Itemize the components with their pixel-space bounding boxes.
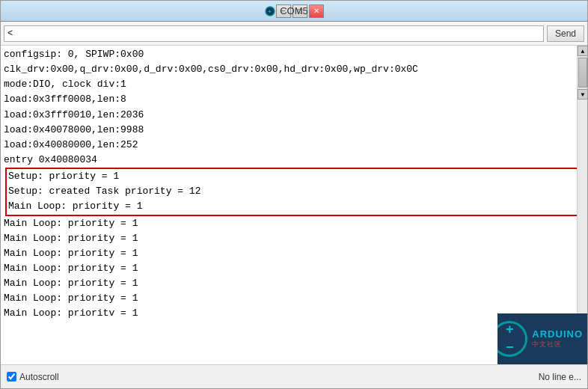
arduino-brand-label: ARDUINO	[532, 328, 583, 340]
serial-line: Main Loop: priority = 1	[8, 199, 580, 214]
title-bar-left: +	[264, 5, 276, 17]
serial-line: mode:DIO, clock div:1	[4, 77, 584, 92]
scrollbar-up-button[interactable]: ▲	[578, 46, 587, 56]
serial-line: Main Loop: priority = 1	[4, 261, 584, 276]
serial-lines: configsip: 0, SPIWP:0x00clk_drv:0x00,q_d…	[1, 47, 587, 322]
title-bar: + COM5 − □ ✕	[1, 1, 587, 22]
serial-line: load:0x40078000,len:9988	[4, 123, 584, 138]
arduino-text-block: ARDUINO 中文社区	[532, 328, 583, 349]
app-icon: +	[264, 5, 276, 17]
serial-line: Main Loop: priority = 1	[4, 231, 584, 246]
close-button[interactable]: ✕	[309, 4, 324, 18]
status-right: No line e...	[539, 372, 581, 382]
toolbar: Send	[1, 22, 587, 46]
arduino-plus-icon: +	[506, 323, 514, 337]
serial-line: clk_drv:0x00,q_drv:0x00,d_drv:0x00,cs0_d…	[4, 62, 584, 77]
highlighted-block: Setup: priority = 1Setup: created Task p…	[5, 168, 583, 215]
arduino-logo-inner: + − ARDUINO 中文社区	[497, 313, 587, 364]
serial-line: Setup: priority = 1	[8, 169, 580, 184]
main-window: + COM5 − □ ✕ Send configsip: 0, SPIWP:0x…	[0, 0, 588, 389]
autoscroll-container: Autoscroll	[7, 372, 59, 382]
serial-line: Setup: created Task priority = 12	[8, 184, 580, 199]
arduino-circle-icon: + −	[497, 321, 527, 357]
window-title: COM5	[280, 5, 308, 16]
scrollbar-thumb[interactable]	[578, 58, 587, 88]
no-line-end-label: No line e...	[539, 372, 581, 382]
serial-line: load:0x3fff0010,len:2036	[4, 108, 584, 123]
arduino-minus-icon: −	[506, 341, 514, 355]
status-bar: Autoscroll No line e...	[1, 364, 587, 388]
arduino-logo: + − ARDUINO 中文社区	[497, 313, 587, 364]
arduino-community-label: 中文社区	[532, 340, 562, 349]
serial-line: load:0x40080000,len:252	[4, 138, 584, 153]
serial-line: Main Loop: priority = 1	[4, 246, 584, 261]
serial-line: configsip: 0, SPIWP:0x00	[4, 47, 584, 62]
serial-line: Main Loop: priority = 1	[4, 291, 584, 306]
serial-line: entry 0x40080034	[4, 153, 584, 168]
autoscroll-label: Autoscroll	[19, 372, 59, 382]
autoscroll-checkbox[interactable]	[7, 372, 16, 382]
serial-line: Main Loop: priority = 1	[4, 276, 584, 291]
serial-line: load:0x3fff0008,len:8	[4, 92, 584, 107]
arduino-plus-minus-icon: + −	[506, 323, 514, 355]
serial-output-area: configsip: 0, SPIWP:0x00clk_drv:0x00,q_d…	[1, 46, 587, 364]
send-button[interactable]: Send	[547, 25, 584, 42]
svg-text:+: +	[268, 8, 272, 15]
serial-input[interactable]	[4, 25, 544, 42]
serial-line: Main Loop: priority = 1	[4, 216, 584, 231]
scrollbar-down-button[interactable]: ▼	[578, 89, 587, 99]
